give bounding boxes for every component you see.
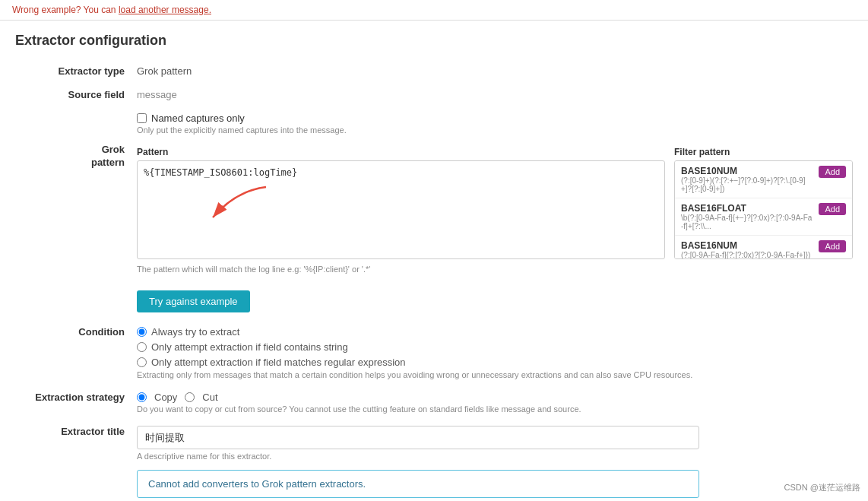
extractor-title-hint: A descriptive name for this extractor.: [137, 452, 853, 461]
grok-section: Pattern %{TIMESTAMP_ISO8601:logTime}: [137, 147, 853, 274]
condition-label: Condition: [15, 323, 137, 338]
condition-row: Condition Always try to extract Only att…: [15, 323, 853, 379]
add-base10num-button[interactable]: Add: [819, 166, 846, 178]
page-title: Extractor configuration: [15, 33, 853, 49]
extractor-type-value: Grok pattern: [137, 62, 853, 77]
condition-option-3-label: Only attempt extraction if field matches…: [151, 357, 406, 368]
strategy-cut-label: Cut: [202, 392, 217, 403]
source-field-row: Source field message: [15, 86, 853, 100]
strategy-options-row: Copy Cut: [137, 392, 853, 403]
wrong-example-text: Wrong example? You can: [12, 5, 116, 15]
extractor-title-row: Extractor title 时间提取 A descriptive name …: [15, 423, 853, 461]
filter-pattern-label: Filter pattern: [674, 147, 853, 157]
filter-item-name-base16num: BASE16NUM: [681, 240, 814, 251]
strategy-copy-label: Copy: [154, 392, 177, 403]
grok-left: Pattern %{TIMESTAMP_ISO8601:logTime}: [137, 147, 665, 274]
condition-option-2-row: Only attempt extraction if field contain…: [137, 341, 853, 353]
extractor-type-label: Extractor type: [15, 62, 137, 77]
try-btn-row: Try against example: [15, 283, 853, 312]
top-bar: Wrong example? You can load another mess…: [0, 0, 868, 21]
filter-item-base10num: BASE10NUM (?:[0-9]+)(?:[?:+−]?[?:0-9]+)?…: [675, 161, 852, 198]
filter-item-pattern-base16num: (?:[0-9A-Fa-f]{?:[?:0x)?[?:0-9A-Fa-f+]}): [681, 251, 814, 259]
filter-item-name-base16float: BASE16FLOAT: [681, 203, 814, 214]
filter-list: BASE10NUM (?:[0-9]+)(?:[?:+−]?[?:0-9]+)?…: [674, 160, 853, 259]
strategy-hint: Do you want to copy or cut from source? …: [137, 404, 853, 414]
condition-hint: Extracting only from messages that match…: [137, 370, 853, 379]
grok-right: Filter pattern BASE10NUM (?:[0-9]+)(?:[?…: [674, 147, 853, 274]
filter-item-pattern-base10num: (?:[0-9]+)(?:[?:+−]?[?:0-9]+)?[?:\.[0-9]…: [681, 176, 814, 193]
condition-option-1-label: Always try to extract: [151, 326, 239, 338]
main-container: Extractor configuration Extractor type G…: [0, 21, 868, 501]
condition-radio-always[interactable]: [137, 327, 147, 337]
try-against-example-button[interactable]: Try against example: [137, 290, 250, 312]
add-base16num-button[interactable]: Add: [819, 240, 846, 252]
named-captures-row: Named captures only Only put the explici…: [15, 109, 853, 135]
filter-item-text-base10num: BASE10NUM (?:[0-9]+)(?:[?:+−]?[?:0-9]+)?…: [681, 166, 814, 193]
named-captures-label: Named captures only: [151, 113, 245, 124]
add-base16float-button[interactable]: Add: [819, 203, 846, 215]
condition-option-2-label: Only attempt extraction if field contain…: [151, 341, 348, 353]
filter-item-text-base16float: BASE16FLOAT \b(?:[0-9A-Fa-f]{+−}?[?:0x)?…: [681, 203, 814, 230]
grok-pattern-row: Grok pattern Pattern %{TIMESTAMP_ISO8601…: [15, 144, 853, 274]
named-captures-content: Named captures only Only put the explici…: [137, 109, 853, 135]
named-captures-spacer: [15, 109, 137, 113]
converters-section: Cannot add converters to Grok pattern ex…: [137, 470, 853, 498]
named-captures-checkbox[interactable]: [137, 113, 147, 123]
strategy-radio-cut[interactable]: [185, 392, 195, 402]
condition-option-3-row: Only attempt extraction if field matches…: [137, 357, 853, 368]
filter-item-name-base10num: BASE10NUM: [681, 166, 814, 176]
pattern-textarea[interactable]: %{TIMESTAMP_ISO8601:logTime}: [137, 160, 665, 259]
extraction-strategy-content: Copy Cut Do you want to copy or cut from…: [137, 388, 853, 414]
condition-radio-group: Always try to extract Only attempt extra…: [137, 326, 853, 368]
source-field-label: Source field: [15, 86, 137, 100]
pattern-label: Pattern: [137, 147, 665, 157]
named-captures-hint: Only put the explicitly named captures i…: [137, 125, 853, 135]
source-field-value: message: [137, 86, 853, 100]
extractor-type-row: Extractor type Grok pattern: [15, 62, 853, 77]
pattern-hint: The pattern which will match the log lin…: [137, 265, 665, 274]
pattern-textarea-wrapper: %{TIMESTAMP_ISO8601:logTime}: [137, 160, 665, 262]
grok-pattern-label: Grok pattern: [15, 144, 137, 170]
filter-item-base16num: BASE16NUM (?:[0-9A-Fa-f]{?:[?:0x)?[?:0-9…: [675, 236, 852, 259]
condition-radio-regex[interactable]: [137, 357, 147, 367]
extraction-strategy-label: Extraction strategy: [15, 388, 137, 403]
extractor-title-label: Extractor title: [15, 423, 137, 437]
filter-item-pattern-base16float: \b(?:[0-9A-Fa-f]{+−}?[?:0x)?:[?:0-9A-Fa-…: [681, 214, 814, 230]
filter-item-text-base16num: BASE16NUM (?:[0-9A-Fa-f]{?:[?:0x)?[?:0-9…: [681, 240, 814, 259]
watermark: CSDN @迷茫运维路: [784, 482, 860, 493]
grok-pattern-content: Pattern %{TIMESTAMP_ISO8601:logTime}: [137, 144, 853, 274]
strategy-radio-copy[interactable]: [137, 392, 147, 402]
update-btn-row: Update extractor: [15, 498, 853, 501]
filter-item-base16float: BASE16FLOAT \b(?:[0-9A-Fa-f]{+−}?[?:0x)?…: [675, 198, 852, 236]
extraction-strategy-row: Extraction strategy Copy Cut Do you want…: [15, 388, 853, 414]
extractor-title-content: 时间提取 A descriptive name for this extract…: [137, 423, 853, 461]
extractor-title-input[interactable]: 时间提取: [137, 426, 699, 449]
condition-content: Always try to extract Only attempt extra…: [137, 323, 853, 379]
load-another-link[interactable]: load another message.: [119, 5, 211, 15]
converters-message: Cannot add converters to Grok pattern ex…: [137, 470, 699, 498]
condition-radio-contains[interactable]: [137, 342, 147, 352]
condition-option-1-row: Always try to extract: [137, 326, 853, 338]
named-captures-checkbox-row: Named captures only: [137, 113, 853, 124]
